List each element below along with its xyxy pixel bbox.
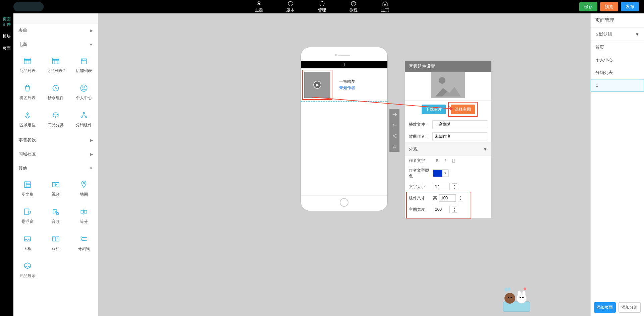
tool-star-icon[interactable] — [389, 141, 399, 152]
svg-rect-33 — [503, 302, 530, 312]
svg-point-40 — [518, 291, 521, 297]
audio-thumb-selection: ▶ — [302, 70, 332, 100]
nav-pages[interactable]: 页面 — [0, 43, 13, 55]
comp-location[interactable]: 区域定位 — [13, 106, 42, 133]
add-page-button[interactable]: 添加页面 — [594, 302, 616, 313]
ecommerce-grid: 商品列表 商品列表2 店铺列表 拼团列表 秒杀组件 个人中心 区域定位 商品分类… — [13, 52, 98, 133]
preview-button[interactable]: 预览 — [600, 2, 618, 11]
comp-twocolumn[interactable]: 双栏 — [42, 230, 70, 257]
height-label: 高 — [433, 195, 437, 201]
components-panel: 表单▶ 电商▼ 商品列表 商品列表2 店铺列表 拼团列表 秒杀组件 个人中心 区… — [13, 13, 98, 316]
chevron-down-icon: ▼ — [89, 43, 93, 47]
comp-equal[interactable]: 等分 — [70, 202, 98, 230]
phone-content[interactable]: ▶ 一帘幽梦 未知作者 — [301, 68, 387, 196]
spin-down-icon[interactable]: ▼ — [452, 187, 457, 190]
italic-button[interactable]: I — [445, 159, 446, 163]
page-item[interactable]: 首页 — [591, 41, 644, 54]
author-color-label: 作者文字颜色 — [409, 168, 431, 179]
nav-manage[interactable]: 管理 — [318, 1, 326, 13]
bold-button[interactable]: B — [436, 159, 439, 163]
placeholder-image-icon — [431, 72, 465, 98]
underline-button[interactable]: U — [452, 159, 455, 163]
audio-component[interactable]: ▶ 一帘幽梦 未知作者 — [301, 68, 387, 102]
topbar-left — [0, 2, 44, 11]
svg-point-9 — [83, 86, 85, 88]
comp-user-center[interactable]: 个人中心 — [70, 79, 98, 106]
nav-components[interactable]: 页面 组件 — [0, 13, 13, 30]
chevron-down-icon: ▼ — [89, 166, 93, 170]
section-ecommerce[interactable]: 电商▼ — [13, 38, 98, 52]
page-item[interactable]: 个人中心 — [591, 54, 644, 66]
nav-tutorial[interactable]: 教程 — [350, 1, 358, 13]
section-form[interactable]: 表单▶ — [13, 23, 98, 38]
select-image-button[interactable]: 选择主图 — [451, 105, 475, 114]
publish-button[interactable]: 发布 — [621, 2, 639, 11]
chevron-down-icon: ▼ — [635, 32, 639, 37]
font-size-input[interactable] — [433, 183, 450, 190]
svg-point-12 — [83, 112, 85, 114]
nav-modules[interactable]: 模块 — [0, 30, 13, 43]
comp-category[interactable]: 商品分类 — [42, 106, 70, 133]
spin-down-icon[interactable]: ▼ — [452, 209, 457, 212]
comp-shop-list[interactable]: 店铺列表 — [70, 52, 98, 79]
comp-float[interactable]: 悬浮窗 — [13, 202, 42, 230]
download-image-button[interactable]: 下载图片 — [422, 105, 446, 114]
tool-arrow-icon[interactable] — [389, 109, 399, 120]
svg-point-10 — [27, 113, 28, 115]
page-group[interactable]: ⌂ 默认组 ▼ — [591, 28, 644, 41]
section-other[interactable]: 其他▼ — [13, 161, 98, 175]
chevron-right-icon: ▶ — [90, 152, 93, 156]
spin-down-icon[interactable]: ▼ — [458, 198, 463, 201]
add-group-button[interactable]: 添加分组 — [619, 302, 641, 313]
svg-rect-5 — [52, 60, 59, 64]
section-community[interactable]: 同城社区▶ — [13, 147, 98, 161]
save-button[interactable]: 保存 — [579, 2, 597, 11]
color-picker[interactable]: ▼ — [433, 170, 448, 177]
color-dropdown-icon[interactable]: ▼ — [442, 170, 448, 177]
author-input[interactable] — [432, 132, 487, 140]
comp-audio[interactable]: 音频 — [42, 202, 70, 230]
spin-up-icon[interactable]: ▲ — [452, 184, 457, 187]
topbar-center: 主题 版本 管理 教程 主页 — [255, 1, 389, 13]
comp-product-list2[interactable]: 商品列表2 — [42, 52, 70, 79]
color-swatch — [433, 170, 442, 177]
img-width-input[interactable] — [433, 206, 450, 213]
svg-point-28 — [392, 135, 394, 136]
audio-thumbnail[interactable]: ▶ — [304, 72, 330, 98]
comp-showcase[interactable]: 产品展示 — [13, 257, 42, 284]
logo — [13, 2, 44, 11]
author-label: 歌曲作者： — [409, 134, 430, 139]
tool-back-icon[interactable] — [389, 120, 399, 130]
comp-video[interactable]: 视频 — [42, 175, 70, 202]
section-retail[interactable]: 零售餐饮▶ — [13, 133, 98, 147]
page-item[interactable]: 分销列表 — [591, 66, 644, 79]
settings-header: 音频组件设置 — [405, 61, 491, 72]
comp-group-buy[interactable]: 拼团列表 — [13, 79, 42, 106]
topbar-actions: 保存 预览 发布 — [579, 2, 644, 11]
page-item-selected[interactable]: 1 — [591, 79, 644, 91]
comp-distribution[interactable]: 分销组件 — [70, 106, 98, 133]
svg-point-34 — [504, 293, 515, 304]
appearance-accordion[interactable]: 外观▼ — [405, 142, 491, 156]
comp-size-label: 组件尺寸 — [409, 195, 431, 201]
nav-home[interactable]: 主页 — [381, 1, 389, 13]
canvas[interactable]: 1 ▶ 一帘幽梦 未知作者 — [98, 13, 590, 316]
comp-panel[interactable]: 面板 — [13, 230, 42, 257]
comp-map[interactable]: 地图 — [70, 175, 98, 202]
nav-theme[interactable]: 主题 — [255, 1, 263, 13]
nav-version[interactable]: 版本 — [286, 1, 294, 13]
play-file-input[interactable] — [432, 120, 487, 128]
spin-up-icon[interactable]: ▲ — [452, 206, 457, 209]
play-icon[interactable]: ▶ — [313, 81, 321, 89]
font-size-label: 文字大小 — [409, 184, 431, 190]
tool-share-icon[interactable] — [389, 130, 399, 141]
home-icon: ⌂ — [595, 31, 599, 37]
comp-product-list[interactable]: 商品列表 — [13, 52, 42, 79]
spin-up-icon[interactable]: ▲ — [458, 195, 463, 198]
comp-flash-sale[interactable]: 秒杀组件 — [42, 79, 70, 106]
comp-divider[interactable]: 分割线 — [70, 230, 98, 257]
svg-point-36 — [511, 297, 512, 298]
comp-gallery[interactable]: 图文集 — [13, 175, 42, 202]
height-input[interactable] — [439, 194, 456, 202]
svg-rect-2 — [24, 58, 31, 59]
